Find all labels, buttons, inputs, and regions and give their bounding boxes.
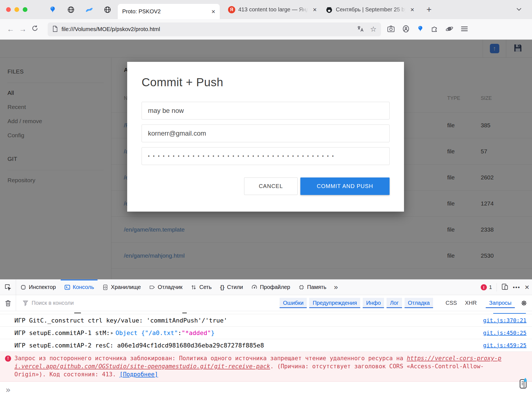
console-input-row[interactable]: » — [0, 382, 532, 401]
braces-icon: {} — [220, 284, 224, 291]
inspector-icon — [20, 284, 26, 290]
split-console-icon[interactable] — [519, 377, 528, 390]
browser-nav-bar: ← → file:///Volumes/MOE/p/pskov2/proto.h… — [0, 19, 532, 40]
github-favicon — [326, 6, 333, 13]
bookmark-star-icon[interactable]: ☆ — [370, 25, 377, 34]
error-badge-icon[interactable]: ! — [481, 284, 487, 290]
tab-yandex-413[interactable]: Я 413 content too large — Яндекс × — [224, 2, 321, 17]
url-text: file:///Volumes/MOE/p/pskov2/proto.html — [62, 26, 357, 32]
planet-icon[interactable] — [446, 25, 453, 34]
error-count: 1 — [489, 284, 492, 290]
maximize-window-button[interactable] — [23, 7, 27, 12]
tab-memory[interactable]: Память — [294, 280, 331, 295]
close-devtools-icon[interactable]: × — [525, 283, 529, 292]
yandex-pin-icon[interactable] — [48, 6, 57, 14]
yandex-pin-icon[interactable] — [417, 25, 424, 34]
console-filter-bar: Поиск в консоли Ошибки Предупреждения Ин… — [0, 295, 532, 311]
filter-log[interactable]: Лог — [387, 298, 402, 308]
menu-hamburger-icon[interactable] — [461, 26, 468, 33]
minimize-window-button[interactable] — [14, 7, 19, 12]
source-link[interactable]: git.js:370:21 — [483, 317, 526, 324]
blocked-url[interactable]: i.vercel.app/github.com/OGStudio/site-op… — [14, 363, 270, 370]
devtools-panel: Инспектор Консоль Хранилище Отладчик — [0, 279, 532, 401]
filter-css[interactable]: CSS — [443, 298, 460, 308]
tab-title: 413 content too large — Яндекс — [238, 6, 308, 13]
tab-storage[interactable]: Хранилище — [98, 280, 145, 295]
filter-debug[interactable]: Отладка — [405, 298, 433, 308]
object-key: "/a0.txt" — [145, 329, 178, 336]
console-error-row: ! Запрос из постороннего источника забло… — [0, 352, 532, 382]
filter-errors[interactable]: Ошибки — [280, 298, 307, 308]
toolbar-icons — [387, 25, 468, 34]
tab-inspector[interactable]: Инспектор — [16, 280, 60, 295]
new-tab-button[interactable]: + — [426, 4, 432, 15]
tab-title: Proto: PSKOV2 — [122, 8, 161, 15]
debugger-icon — [149, 284, 155, 290]
blocked-url[interactable]: https://vercel-cors-proxy-p — [407, 355, 501, 362]
devtools-tab-bar: Инспектор Консоль Хранилище Отладчик — [0, 280, 532, 295]
yandex-favicon: Я — [228, 6, 235, 13]
expand-arrow-icon[interactable]: ▶ — [111, 331, 113, 335]
console-settings-gear-icon[interactable] — [520, 300, 528, 307]
tab-label: Стили — [227, 284, 243, 290]
error-icon: ! — [5, 356, 11, 362]
responsive-mode-icon[interactable] — [501, 283, 508, 291]
cancel-button[interactable]: CANCEL — [244, 177, 298, 195]
tab-network[interactable]: Сеть — [186, 280, 216, 295]
console-log-row: ИГР setupE.commitAP-2 resC: a06e1d94cf1d… — [0, 339, 532, 352]
source-link[interactable]: git.js:450:25 — [483, 329, 526, 336]
tab-proto-pskov2[interactable]: Proto: PSKOV2 × — [118, 4, 220, 19]
close-window-button[interactable] — [6, 7, 11, 12]
reload-button[interactable] — [29, 25, 41, 34]
close-tab-icon[interactable]: × — [211, 8, 215, 15]
log-text: ИГР setupE.commitAP-1 stM: — [14, 329, 110, 336]
extensions-puzzle-icon[interactable] — [431, 25, 438, 34]
more-tabs-chevrons[interactable]: » — [331, 280, 341, 295]
gauge-icon — [251, 284, 257, 290]
account-icon[interactable] — [402, 25, 410, 34]
confluence-icon[interactable] — [85, 6, 93, 14]
tab-github-september[interactable]: Сентябрь | September 25 by ko × — [321, 2, 419, 17]
address-bar[interactable]: file:///Volumes/MOE/p/pskov2/proto.html … — [48, 22, 381, 36]
forward-button[interactable]: → — [17, 25, 29, 34]
browser-window: Proto: PSKOV2 × Я 413 content too large … — [0, 0, 532, 401]
tab-profiler[interactable]: Профайлер — [247, 280, 294, 295]
source-link[interactable]: git.js:459:25 — [483, 342, 526, 349]
filter-info[interactable]: Инфо — [363, 298, 384, 308]
dialog-title: Commit + Push — [142, 76, 390, 89]
globe-icon[interactable] — [67, 6, 75, 14]
translate-icon[interactable] — [357, 25, 364, 34]
commit-and-push-button[interactable]: COMMIT AND PUSH — [300, 177, 390, 195]
devtools-menu-icon[interactable]: ••• — [513, 284, 520, 291]
tab-styles[interactable]: {} Стили — [216, 280, 247, 295]
password-input[interactable]: •••••••••••••••••••••••••••••••••••••• — [142, 147, 390, 165]
object-token[interactable]: Object { — [116, 329, 145, 336]
clear-console-button[interactable] — [0, 295, 16, 311]
commit-message-input[interactable]: may be now — [142, 102, 390, 120]
commit-push-dialog: Commit + Push may be now kornerr@gmail.c… — [127, 62, 404, 212]
error-text: Origin»). Код состояния: 413. — [14, 371, 119, 378]
pick-element-button[interactable] — [0, 280, 16, 295]
back-button[interactable]: ← — [4, 25, 17, 34]
tab-list-chevron-icon[interactable] — [515, 6, 523, 14]
console-prompt-chevrons: » — [6, 385, 11, 395]
tab-debugger[interactable]: Отладчик — [145, 280, 186, 295]
filter-requests[interactable]: Запросы — [486, 298, 515, 308]
screenshot-camera-icon[interactable] — [387, 25, 395, 34]
filter-xhr[interactable]: XHR — [462, 298, 479, 308]
console-search-input[interactable]: Поиск в консоли — [23, 300, 280, 306]
window-controls — [6, 7, 27, 12]
globe-icon[interactable] — [103, 6, 112, 14]
close-tab-icon[interactable]: × — [313, 6, 317, 13]
close-tab-icon[interactable]: × — [410, 6, 414, 13]
learn-more-link[interactable]: [Подробнее] — [119, 371, 158, 378]
tab-label: Память — [307, 284, 326, 290]
tab-console[interactable]: Консоль — [60, 280, 98, 295]
object-token: } — [211, 329, 214, 336]
filter-warnings[interactable]: Предупреждения — [309, 298, 360, 308]
storage-icon — [102, 284, 108, 290]
tab-label: Профайлер — [260, 284, 290, 290]
error-text: Запрос из постороннего источника заблоки… — [14, 355, 407, 362]
tab-label: Инспектор — [29, 284, 56, 290]
email-input[interactable]: kornerr@gmail.com — [142, 125, 390, 142]
